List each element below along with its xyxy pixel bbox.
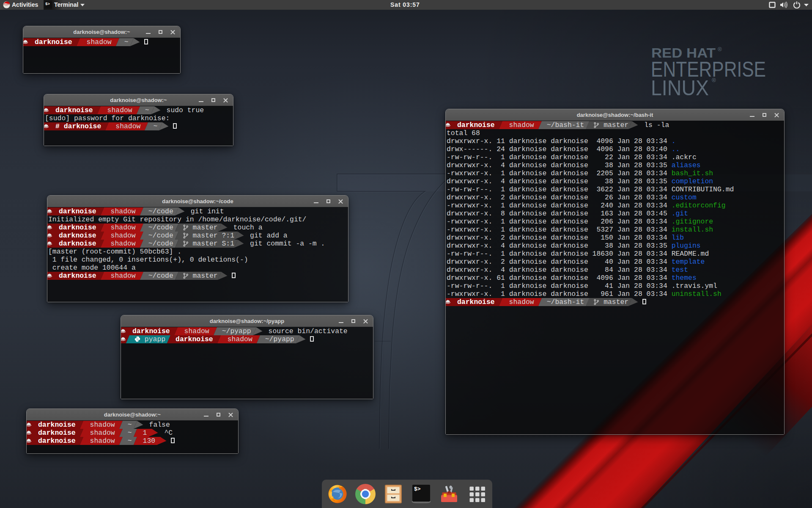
svg-text:$>: $> bbox=[414, 486, 421, 492]
svg-text:®: ® bbox=[718, 46, 722, 52]
svg-text:$>: $> bbox=[45, 2, 50, 6]
svg-text:LINUX: LINUX bbox=[651, 76, 709, 100]
svg-text:®: ® bbox=[712, 77, 716, 83]
